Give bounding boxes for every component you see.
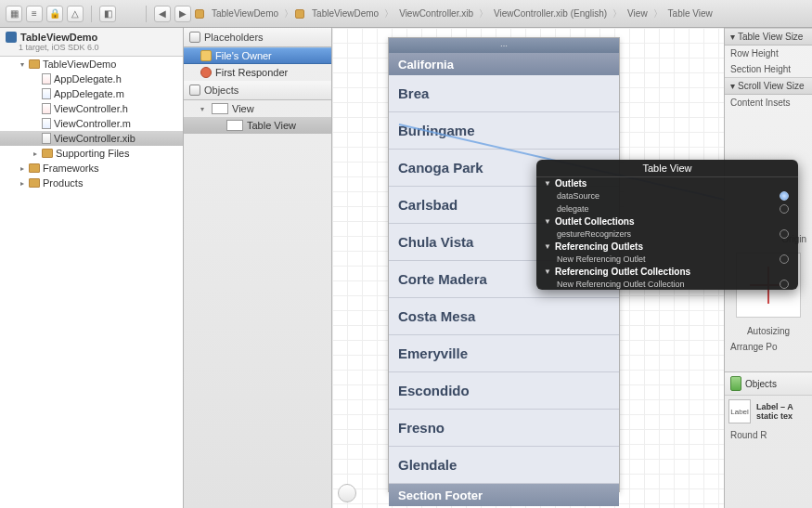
connection-socket-icon[interactable] <box>780 204 789 214</box>
tree-folder[interactable]: ▸Products <box>0 176 183 190</box>
arrange-value: Po <box>766 342 777 352</box>
tree-file[interactable]: ViewController.m <box>0 116 183 131</box>
breadcrumb-item[interactable]: View <box>624 7 651 20</box>
file-icon <box>42 133 51 144</box>
breadcrumb-item[interactable]: TableViewDemo <box>308 7 382 20</box>
row-height-label: Row Height <box>725 46 812 61</box>
objects-label: Objects <box>204 85 238 96</box>
section-height-label: Section Height <box>725 61 812 77</box>
popover-connection-row[interactable]: gestureRecognizers <box>536 228 798 241</box>
folder-icon <box>295 9 304 19</box>
file-icon <box>42 73 51 85</box>
autosizing-label: Autosizing <box>725 323 812 339</box>
objects-library-bar[interactable]: Objects <box>725 371 812 395</box>
table-view-size-header[interactable]: ▾Table View Size <box>725 28 812 46</box>
toolbar-btn-tag[interactable]: ◧ <box>99 6 116 22</box>
status-bar: ⋯ <box>389 38 619 53</box>
popover-connection-row[interactable]: New Referencing Outlet <box>536 253 798 266</box>
popover-section-label: Outlet Collections <box>555 216 635 227</box>
popover-section-header[interactable]: ▼Referencing Outlet Collections <box>536 266 798 278</box>
tree-label: Products <box>43 177 83 189</box>
project-header[interactable]: TableViewDemo 1 target, iOS SDK 6.0 <box>0 28 183 57</box>
toolbar-btn-lock[interactable]: 🔒 <box>46 6 63 22</box>
connection-socket-icon[interactable] <box>780 254 789 264</box>
disclosure-icon[interactable]: ▸ <box>19 164 26 173</box>
outline-placeholder-item[interactable]: First Responder <box>184 64 331 81</box>
library-item-label[interactable]: Label Label – A static tex <box>725 395 812 427</box>
connection-label: New Referencing Outlet <box>557 254 646 264</box>
table-section-header: California <box>389 53 619 75</box>
popover-connection-row[interactable]: New Referencing Outlet Collection <box>536 278 798 291</box>
table-row[interactable]: Emeryville <box>389 335 619 372</box>
tree-file[interactable]: ViewController.xib <box>0 131 183 146</box>
outline-label: First Responder <box>215 67 288 78</box>
tree-folder[interactable]: ▾TableViewDemo <box>0 57 183 72</box>
responder-icon <box>200 67 212 78</box>
toolbar-btn-warning[interactable]: △ <box>67 6 84 22</box>
popover-section-header[interactable]: ▼Outlet Collections <box>536 215 798 228</box>
table-row[interactable]: Brea <box>389 75 619 112</box>
breadcrumb-item[interactable]: ViewController.xib (English) <box>490 7 611 20</box>
project-tree[interactable]: ▾TableViewDemoAppDelegate.hAppDelegate.m… <box>0 57 183 508</box>
toolbar-btn-list[interactable]: ≡ <box>26 6 43 22</box>
disclosure-icon: ▾ <box>730 32 735 42</box>
connections-popover[interactable]: Table View ▼OutletsdataSourcedelegate▼Ou… <box>536 160 798 290</box>
folder-icon <box>29 163 40 173</box>
folder-icon <box>195 9 204 19</box>
popover-section-header[interactable]: ▼Referencing Outlets <box>536 241 798 253</box>
popover-connection-row[interactable]: delegate <box>536 202 798 215</box>
disclosure-icon: ▾ <box>730 81 735 91</box>
outline-placeholder-item[interactable]: File's Owner <box>184 47 331 64</box>
breadcrumb: TableViewDemo 〉 TableViewDemo 〉 ViewCont… <box>195 7 806 20</box>
tree-folder[interactable]: ▸Frameworks <box>0 161 183 176</box>
popover-section-label: Referencing Outlets <box>555 241 643 252</box>
table-row[interactable]: Escondido <box>389 372 619 410</box>
project-name: TableViewDemo <box>20 32 97 43</box>
outline-object-item[interactable]: Table View <box>184 117 331 134</box>
objects-label: Objects <box>745 379 777 389</box>
connection-socket-icon[interactable] <box>780 229 789 239</box>
table-row[interactable]: Burlingame <box>389 112 619 150</box>
owner-icon <box>200 50 212 61</box>
round-rect-label: Round R <box>725 427 812 443</box>
folder-icon <box>42 149 53 158</box>
breadcrumb-item[interactable]: TableViewDemo <box>208 7 282 20</box>
object-swatch-icon <box>730 376 741 391</box>
popover-section-header[interactable]: ▼Outlets <box>536 177 798 189</box>
tree-label: ViewController.xib <box>54 133 135 144</box>
disclosure-icon[interactable]: ▾ <box>19 60 26 69</box>
section-label: Scroll View Size <box>738 81 805 91</box>
outline-object-item[interactable]: ▾View <box>184 100 331 117</box>
canvas-toggle-button[interactable] <box>338 484 356 502</box>
popover-connection-row[interactable]: dataSource <box>536 189 798 202</box>
disclosure-icon: ▼ <box>544 242 551 251</box>
tree-file[interactable]: ViewController.h <box>0 101 183 116</box>
scroll-view-size-header[interactable]: ▾Scroll View Size <box>725 77 812 95</box>
chevron-right-icon: 〉 <box>653 7 663 20</box>
tree-file[interactable]: AppDelegate.m <box>0 86 183 101</box>
folder-icon <box>29 178 40 188</box>
arrange-row[interactable]: Arrange Po <box>725 339 812 355</box>
disclosure-icon[interactable]: ▸ <box>32 150 39 158</box>
toolbar-btn-grid[interactable]: ▦ <box>6 6 22 22</box>
popover-title: Table View <box>536 160 798 177</box>
tree-file[interactable]: AppDelegate.h <box>0 72 183 86</box>
breadcrumb-item[interactable]: Table View <box>664 7 716 20</box>
connection-socket-icon[interactable] <box>780 280 789 289</box>
disclosure-icon[interactable]: ▾ <box>200 105 208 113</box>
history-back-button[interactable]: ◀ <box>154 6 171 22</box>
table-row[interactable]: Costa Mesa <box>389 298 619 335</box>
tree-label: Supporting Files <box>56 148 130 159</box>
tree-label: AppDelegate.h <box>54 73 122 85</box>
table-row[interactable]: Fresno <box>389 410 619 447</box>
table-row[interactable]: Glendale <box>389 447 619 484</box>
connection-socket-icon[interactable] <box>780 191 789 201</box>
tree-folder[interactable]: ▸Supporting Files <box>0 146 183 161</box>
breadcrumb-item[interactable]: ViewController.xib <box>395 7 477 20</box>
objects-header: Objects <box>184 81 331 100</box>
disclosure-icon[interactable]: ▸ <box>19 179 26 188</box>
project-icon <box>6 32 17 43</box>
history-forward-button[interactable]: ▶ <box>174 6 191 22</box>
cube-icon <box>189 32 200 43</box>
disclosure-icon: ▼ <box>544 267 551 276</box>
